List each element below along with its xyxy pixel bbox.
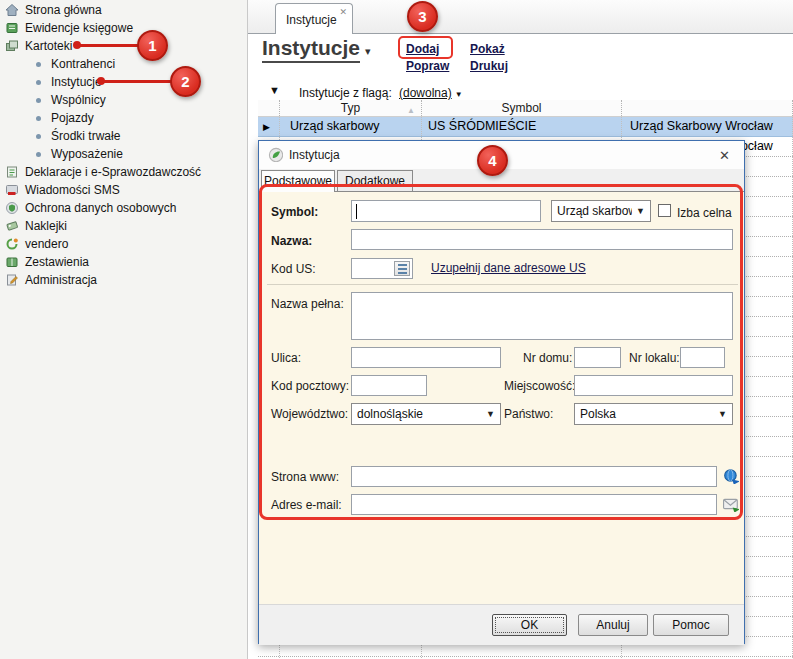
pokaz-link[interactable]: Pokaż [470,42,505,56]
wojewodztwo-value: dolnośląskie [357,407,482,421]
sort-ascending-icon: ▲ [407,103,415,119]
sidebar-item-wiadomości-sms[interactable]: Wiadomości SMS [0,181,247,199]
sidebar-item-kontrahenci[interactable]: Kontrahenci [0,55,247,73]
bullet-icon [36,134,41,139]
sidebar-item-zestawienia[interactable]: Zestawienia [0,253,247,271]
text-caret [356,204,357,219]
sidebar-item-label: Zestawienia [25,255,89,269]
institution-type-select[interactable]: Urząd skarbowy ▼ [551,200,651,222]
nr-domu-input[interactable] [574,347,621,368]
bullet-icon [36,62,41,67]
ledger-icon [5,21,19,35]
sidebar-item-label: Ochrona danych osobowych [25,201,176,215]
vendero-icon [5,237,19,251]
anuluj-button[interactable]: Anuluj [578,614,648,636]
tab-dodatkowe[interactable]: Dodatkowe [337,170,413,191]
callout-badge-2: 2 [170,66,201,97]
flag-filter-label: Instytucje z flagą: [299,86,392,100]
symbol-input[interactable] [351,200,541,222]
home-icon [5,3,19,17]
bullet-icon [36,152,41,157]
sidebar-item-ochrona-danych-osobowych[interactable]: Ochrona danych osobowych [0,199,247,217]
ulica-label: Ulica: [271,351,301,365]
sidebar-item-vendero[interactable]: vendero [0,235,247,253]
flag-filter-dropdown[interactable]: (dowolna)▼ [399,86,463,100]
administration-icon [5,273,19,287]
chevron-down-icon: ▼ [636,206,645,216]
sidebar-item-label: Kartoteki [25,39,72,53]
symbol-label: Symbol: [271,205,318,219]
adres-email-input[interactable] [351,494,717,515]
nr-lokalu-label: Nr lokalu: [629,351,680,365]
column-header[interactable] [258,100,280,116]
nazwa-pelna-textarea[interactable] [351,292,733,340]
sidebar-item-środki-trwałe[interactable]: Środki trwałe [0,127,247,145]
chevron-down-icon: ▼ [718,409,727,419]
sidebar-item-strona-główna[interactable]: Strona główna [0,1,247,19]
table-header-row: Typ▲Symbol [258,100,793,117]
izba-celna-label: Izba celna [677,206,732,220]
wojewodztwo-select[interactable]: dolnośląskie ▼ [351,403,501,425]
tab-podstawowe[interactable]: Podstawowe [261,170,335,192]
ulica-input[interactable] [351,347,501,368]
table-cell: Urząd Skarbowy Wrocław [622,117,793,136]
dialog-close-icon[interactable]: ✕ [719,148,730,163]
kod-us-input[interactable] [351,258,413,279]
izba-celna-checkbox[interactable] [658,204,671,217]
filter-collapse-icon[interactable]: ▼ [269,84,280,96]
card-index-icon [5,39,19,53]
sidebar-item-deklaracje-i-e-sprawozdawczość[interactable]: Deklaracje i e-Sprawozdawczość [0,163,247,181]
chevron-down-icon[interactable]: ▾ [365,45,371,58]
dialog-title: Instytucja [289,148,340,162]
bullet-icon [36,98,41,103]
tab-instytucje[interactable]: Instytucje ✕ [275,3,353,34]
sidebar-item-pojazdy[interactable]: Pojazdy [0,109,247,127]
callout-1-connector [80,44,140,47]
current-row-marker-icon: ▶ [258,117,280,136]
uzupelnij-dane-link[interactable]: Uzupełnij dane adresowe US [431,261,586,275]
tab-close-icon[interactable]: ✕ [339,7,347,17]
kod-pocztowy-label: Kod pocztowy: [271,379,349,393]
drukuj-link[interactable]: Drukuj [470,59,508,73]
sidebar-item-label: Administracja [25,273,97,287]
ok-button[interactable]: OK [492,614,567,636]
pomoc-button[interactable]: Pomoc [653,614,729,636]
miejscowosc-label: Miejscowość: [504,379,575,393]
open-website-icon[interactable] [723,468,739,484]
miejscowosc-input[interactable] [574,375,733,396]
send-email-icon[interactable] [723,496,739,512]
callout-badge-4: 4 [477,145,508,176]
sidebar-item-label: Pojazdy [51,111,94,125]
sidebar-item-wyposażenie[interactable]: Wyposażenie [0,145,247,163]
column-header-nazwa[interactable] [622,100,793,116]
sidebar-item-naklejki[interactable]: Naklejki [0,217,247,235]
sidebar-item-label: Ewidencje księgowe [25,21,133,35]
nr-lokalu-input[interactable] [680,347,725,368]
page-title[interactable]: Instytucje [262,36,360,63]
us-code-lookup-button[interactable] [394,261,410,276]
panstwo-value: Polska [580,407,714,421]
flag-filter-value: (dowolna) [399,86,452,100]
sidebar-item-label: Instytucje [51,75,102,89]
nazwa-label: Nazwa: [271,234,312,248]
sidebar-item-administracja[interactable]: Administracja [0,271,247,289]
column-header-typ[interactable]: Typ▲ [280,100,422,116]
wojewodztwo-label: Województwo: [271,407,348,421]
list-icon [398,264,407,274]
gt-app-icon [268,147,283,162]
panstwo-select[interactable]: Polska ▼ [574,403,733,425]
nazwa-pelna-label: Nazwa pełna: [271,297,344,311]
sidebar-item-ewidencje-księgowe[interactable]: Ewidencje księgowe [0,19,247,37]
column-header-symbol[interactable]: Symbol [422,100,622,116]
nazwa-input[interactable] [351,229,733,250]
sidebar-item-label: vendero [25,237,68,251]
bullet-icon [36,80,41,85]
popraw-link[interactable]: Popraw [406,59,449,73]
reports-icon [5,255,19,269]
kod-pocztowy-input[interactable] [351,375,427,396]
strona-www-input[interactable] [351,466,717,487]
institution-type-value: Urząd skarbowy [557,204,632,218]
dodaj-link[interactable]: Dodaj [406,42,439,56]
table-row[interactable]: ▶Urząd skarbowyUS ŚRÓDMIEŚCIEUrząd Skarb… [258,117,793,137]
sidebar-item-wspólnicy[interactable]: Wspólnicy [0,91,247,109]
